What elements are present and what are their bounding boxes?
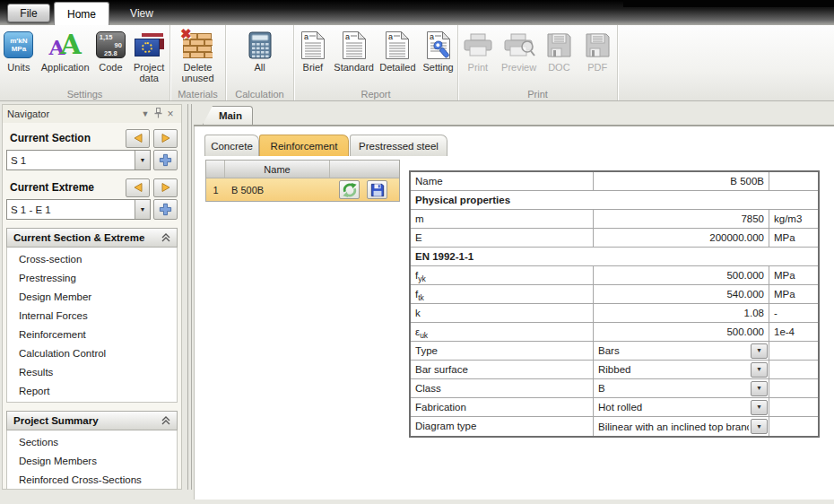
- report-brief-label: Brief: [303, 62, 324, 73]
- prop-value[interactable]: 200000.000: [594, 229, 769, 248]
- section-header-label: EN 1992-1-1: [411, 248, 818, 266]
- export-pdf-button[interactable]: PDF: [578, 28, 617, 73]
- prop-unit: [769, 379, 818, 398]
- chevron-down-icon[interactable]: ▼: [139, 109, 152, 118]
- chevron-down-icon[interactable]: ▼: [751, 343, 768, 359]
- application-button[interactable]: AA Application: [38, 28, 93, 83]
- nav-item-reinforcement[interactable]: Reinforcement: [8, 325, 176, 343]
- document-icon: a: [385, 30, 410, 60]
- material-row-selected[interactable]: 1 B 500B: [206, 178, 399, 201]
- add-section-button[interactable]: [153, 150, 178, 170]
- splitter[interactable]: [187, 104, 188, 490]
- prop-value[interactable]: 540.000: [594, 285, 769, 304]
- plus-icon: [159, 203, 172, 216]
- nav-item-reinforced-cross-sections[interactable]: Reinforced Cross-Sections: [8, 470, 176, 489]
- chevron-down-icon[interactable]: ▼: [751, 381, 768, 396]
- print-preview-button[interactable]: Preview: [498, 28, 541, 73]
- group-header-current-section-extreme[interactable]: Current Section & Extreme: [6, 228, 178, 248]
- arrow-left-icon: [133, 182, 143, 193]
- prev-section-button[interactable]: [126, 129, 150, 148]
- table-row: m 7850 kg/m3: [411, 210, 818, 229]
- file-menu-button[interactable]: File: [7, 4, 50, 22]
- section-header-label: Physical properties: [411, 191, 818, 210]
- current-extreme-select[interactable]: S 1 - E 1 ▼: [6, 199, 151, 220]
- chevron-down-icon[interactable]: ▼: [135, 200, 150, 219]
- current-section-label: Current Section: [6, 132, 122, 144]
- nav-item-results[interactable]: Results: [8, 362, 176, 381]
- prop-value[interactable]: 1.08: [594, 304, 769, 323]
- prop-unit: [769, 361, 818, 379]
- report-standard-label: Standard: [334, 62, 374, 73]
- diagram-type-dropdown[interactable]: Bilinear with an inclined top branch ▼: [594, 417, 769, 436]
- pin-icon[interactable]: [152, 108, 164, 120]
- nav-item-internal-forces[interactable]: Internal Forces: [8, 306, 176, 325]
- bar-surface-dropdown[interactable]: Ribbed ▼: [594, 361, 769, 379]
- prop-label: εuk: [411, 323, 594, 342]
- code-icon: 1,159025.8: [96, 30, 126, 60]
- current-extreme-label: Current Extreme: [6, 181, 122, 194]
- titlebar: File Home View: [0, 0, 834, 25]
- tab-prestressed-steel[interactable]: Prestressed steel: [350, 135, 447, 156]
- class-dropdown[interactable]: B ▼: [594, 379, 769, 398]
- chevron-down-icon[interactable]: ▼: [751, 362, 768, 378]
- prop-value[interactable]: 7850: [594, 210, 769, 229]
- units-icon: m′kNMPa: [4, 30, 33, 60]
- group-header-project-summary[interactable]: Project Summary: [6, 411, 178, 430]
- tab-concrete[interactable]: Concrete: [204, 135, 259, 156]
- tab-view[interactable]: View: [115, 2, 169, 25]
- fabrication-dropdown[interactable]: Hot rolled ▼: [594, 398, 769, 417]
- report-detailed-button[interactable]: a Detailed: [377, 28, 420, 73]
- nav-item-design-members[interactable]: Design Members: [8, 451, 176, 470]
- document-tab-main[interactable]: Main: [203, 106, 253, 125]
- nav-item-sections[interactable]: Sections: [8, 432, 176, 451]
- chevron-down-icon[interactable]: ▼: [751, 400, 768, 415]
- floppy-disk-icon: [546, 30, 572, 60]
- printer-magnifier-icon: [503, 30, 535, 60]
- code-button[interactable]: 1,159025.8 Code: [92, 28, 128, 83]
- print-button[interactable]: Print: [458, 28, 498, 73]
- delete-unused-button[interactable]: ✖ Delete unused: [170, 28, 225, 83]
- save-material-button[interactable]: [367, 180, 387, 199]
- units-label: Units: [7, 62, 30, 73]
- prop-value[interactable]: 500.000: [594, 266, 769, 285]
- next-extreme-button[interactable]: [153, 178, 178, 197]
- application-label: Application: [41, 62, 90, 73]
- report-setting-button[interactable]: a Setting: [419, 28, 457, 73]
- project-data-button[interactable]: Project data: [128, 28, 169, 83]
- report-brief-button[interactable]: a Brief: [294, 28, 332, 73]
- group-label-materials: Materials: [170, 89, 225, 100]
- group-label-settings: Settings: [0, 89, 169, 100]
- nav-item-prestressing[interactable]: Prestressing: [8, 268, 176, 287]
- chevron-down-icon[interactable]: ▼: [751, 419, 768, 434]
- type-dropdown[interactable]: Bars ▼: [594, 342, 769, 361]
- prop-value[interactable]: 500.000: [594, 323, 769, 342]
- prop-value[interactable]: B 500B: [594, 172, 769, 191]
- export-doc-button[interactable]: DOC: [540, 28, 578, 73]
- nav-item-report[interactable]: Report: [8, 381, 176, 400]
- tab-home[interactable]: Home: [54, 2, 109, 25]
- nav-item-design-member[interactable]: Design Member: [8, 287, 176, 306]
- nav-item-materials[interactable]: Materials: [8, 489, 176, 490]
- report-standard-button[interactable]: a Standard: [332, 28, 377, 73]
- units-button[interactable]: m′kNMPa Units: [0, 28, 38, 83]
- next-section-button[interactable]: [153, 129, 178, 148]
- change-material-button[interactable]: [339, 180, 360, 199]
- close-icon[interactable]: ×: [164, 108, 177, 120]
- table-row: Fabrication Hot rolled ▼: [411, 398, 818, 417]
- prop-label: E: [411, 229, 594, 248]
- tab-reinforcement[interactable]: Reinforcement: [259, 135, 349, 156]
- chevron-down-icon[interactable]: ▼: [135, 151, 150, 169]
- dropdown-value: Ribbed: [598, 361, 749, 378]
- add-extreme-button[interactable]: [153, 199, 178, 220]
- prev-extreme-button[interactable]: [126, 178, 150, 197]
- nav-item-calculation-control[interactable]: Calculation Control: [8, 343, 176, 362]
- prop-label: Bar surface: [411, 361, 594, 379]
- prop-unit: 1e-4: [769, 323, 818, 342]
- splitter[interactable]: [191, 104, 192, 490]
- dropdown-value: Bars: [598, 342, 749, 360]
- tab-home-label: Home: [67, 8, 96, 21]
- nav-item-cross-section[interactable]: Cross-section: [8, 249, 176, 268]
- current-section-select[interactable]: S 1 ▼: [6, 150, 151, 170]
- calculate-all-button[interactable]: All: [233, 28, 287, 73]
- file-menu-label: File: [20, 7, 37, 20]
